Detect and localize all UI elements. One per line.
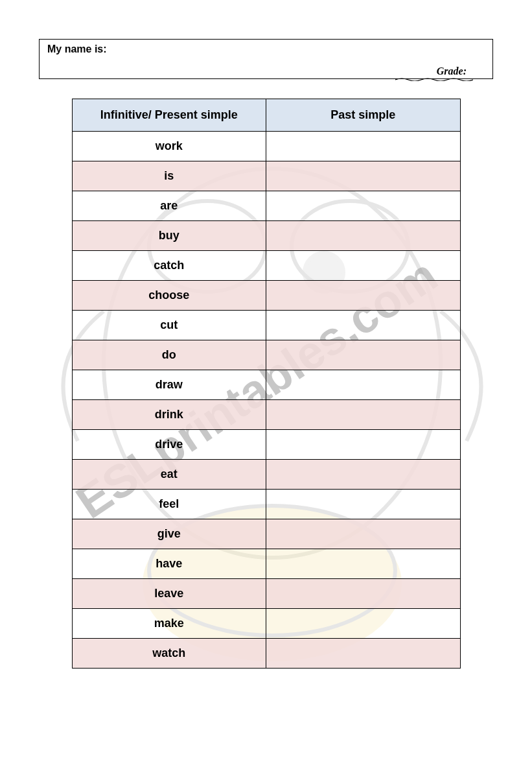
cell-infinitive: choose [72,281,266,311]
table-row: work [72,132,460,161]
cell-infinitive: work [72,132,266,161]
table-row: eat [72,460,460,490]
cell-infinitive: leave [72,579,266,609]
table-row: give [72,519,460,549]
table-row: drink [72,400,460,430]
cell-infinitive: buy [72,221,266,251]
cell-past[interactable] [266,519,461,549]
cell-infinitive: catch [72,251,266,281]
table-header-row: Infinitive/ Present simple Past simple [72,99,460,132]
header-infinitive: Infinitive/ Present simple [72,99,266,132]
header-past: Past simple [266,99,461,132]
verb-table: Infinitive/ Present simple Past simple w… [72,99,461,669]
cell-infinitive: cut [72,311,266,340]
cell-infinitive: drive [72,430,266,460]
table-row: feel [72,490,460,519]
table-row: is [72,161,460,191]
cell-past[interactable] [266,579,461,609]
cell-past[interactable] [266,132,461,161]
cell-infinitive: drink [72,400,266,430]
table-row: leave [72,579,460,609]
cell-infinitive: is [72,161,266,191]
cell-past[interactable] [266,311,461,340]
table-row: have [72,549,460,579]
table-row: do [72,340,460,370]
cell-infinitive: make [72,609,266,639]
cell-infinitive: watch [72,639,266,669]
cell-infinitive: do [72,340,266,370]
cell-past[interactable] [266,340,461,370]
table-row: cut [72,311,460,340]
grade-underline-squiggle [395,76,473,81]
cell-infinitive: eat [72,460,266,490]
cell-past[interactable] [266,281,461,311]
cell-past[interactable] [266,161,461,191]
name-label: My name is: [47,43,107,54]
cell-past[interactable] [266,251,461,281]
cell-past[interactable] [266,549,461,579]
cell-infinitive: have [72,549,266,579]
cell-past[interactable] [266,191,461,221]
cell-infinitive: feel [72,490,266,519]
table-row: choose [72,281,460,311]
name-box[interactable]: My name is: Grade: [39,39,493,79]
table-row: catch [72,251,460,281]
cell-past[interactable] [266,460,461,490]
cell-past[interactable] [266,400,461,430]
cell-past[interactable] [266,609,461,639]
table-row: are [72,191,460,221]
cell-infinitive: draw [72,370,266,400]
cell-past[interactable] [266,221,461,251]
table-row: make [72,609,460,639]
cell-past[interactable] [266,370,461,400]
cell-past[interactable] [266,490,461,519]
table-row: watch [72,639,460,669]
cell-infinitive: are [72,191,266,221]
cell-infinitive: give [72,519,266,549]
cell-past[interactable] [266,639,461,669]
table-row: buy [72,221,460,251]
cell-past[interactable] [266,430,461,460]
table-row: draw [72,370,460,400]
table-row: drive [72,430,460,460]
